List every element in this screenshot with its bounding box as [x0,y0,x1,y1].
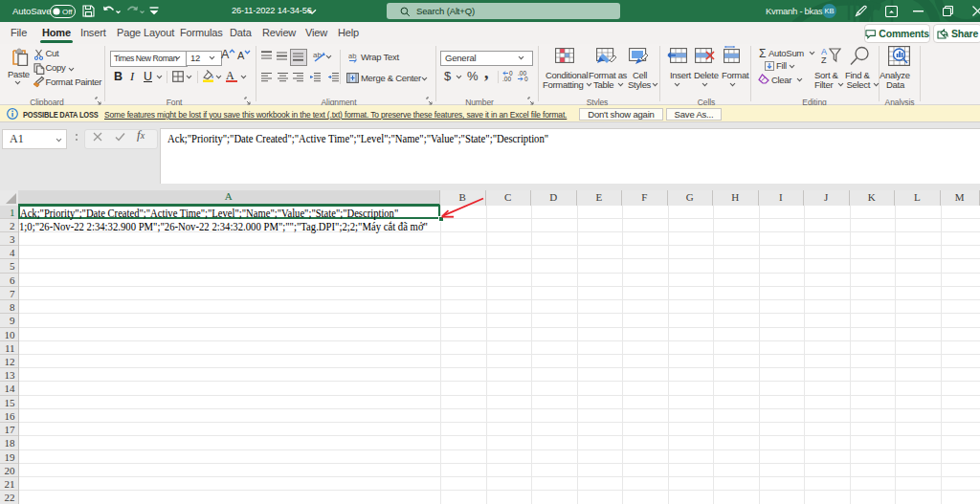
svg-text:Z: Z [821,55,827,65]
svg-text:ab: ab [348,52,356,60]
svg-text:ab: ab [313,51,322,59]
svg-text:Off: Off [62,8,73,16]
svg-text:.00: .00 [502,76,511,82]
svg-text:0: 0 [524,76,528,82]
